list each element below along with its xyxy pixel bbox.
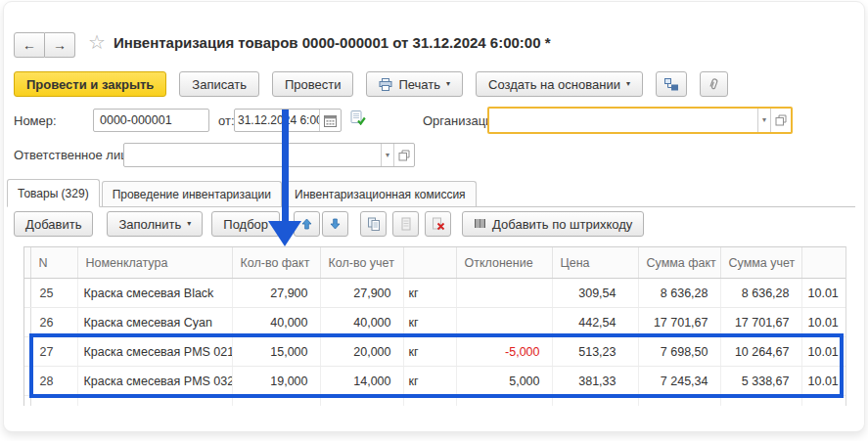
- table-cell[interactable]: 27: [30, 337, 77, 367]
- table-cell[interactable]: Краска смесевая Cyan: [77, 308, 232, 337]
- table-cell[interactable]: 27,900: [232, 279, 320, 308]
- table-row[interactable]: 28Краска смесевая PMS 03219,00014,000кг5…: [24, 367, 845, 396]
- table-cell[interactable]: кг: [403, 279, 456, 308]
- table-row[interactable]: 25Краска смесевая Black27,90027,900кг309…: [24, 279, 845, 308]
- open-choice-icon[interactable]: [770, 109, 791, 132]
- table-cell[interactable]: 8 636,28: [720, 279, 801, 308]
- table-row[interactable]: 26Краска смесевая Cyan40,00040,000кг442,…: [24, 308, 845, 337]
- tab-inventory-commission[interactable]: Инвентаризационная комиссия: [284, 181, 477, 206]
- table-cell[interactable]: 17,000: [320, 396, 403, 407]
- table-cell[interactable]: 309,54: [552, 279, 638, 308]
- table-cell[interactable]: 19,000: [232, 367, 320, 396]
- table-cell[interactable]: Краска смесевая: [77, 396, 232, 407]
- column-header[interactable]: Отклонение: [456, 247, 552, 279]
- organization-field[interactable]: ▾: [487, 107, 793, 134]
- column-header[interactable]: Кол-во учет: [320, 247, 403, 279]
- back-button[interactable]: ←: [14, 32, 45, 58]
- table-cell[interactable]: 17 701,67: [720, 308, 801, 337]
- save-button[interactable]: Записать: [179, 71, 259, 97]
- post-and-close-button[interactable]: Провести и закрыть: [14, 71, 166, 97]
- calendar-icon[interactable]: [319, 110, 341, 131]
- table-cell[interactable]: 442,54: [552, 308, 638, 337]
- table-cell[interactable]: кг: [403, 337, 456, 367]
- column-header[interactable]: N: [30, 247, 77, 279]
- table-cell[interactable]: 7 698,50: [638, 337, 720, 367]
- column-header[interactable]: [801, 247, 845, 279]
- table-cell[interactable]: кг: [403, 308, 456, 337]
- table-cell[interactable]: 10.01: [801, 396, 845, 407]
- table-cell[interactable]: 20,000: [320, 337, 403, 367]
- print-button[interactable]: Печать ▾: [366, 71, 463, 97]
- items-table[interactable]: NНоменклатураКол-во фактКол-во учетОткло…: [24, 247, 846, 406]
- table-cell[interactable]: кг: [403, 396, 456, 407]
- attachments-button[interactable]: [700, 71, 728, 97]
- table-cell[interactable]: 8 636,28: [638, 279, 720, 308]
- column-header[interactable]: Номенклатура: [77, 247, 232, 279]
- table-cell[interactable]: [456, 396, 552, 407]
- table-cell[interactable]: 29: [30, 396, 77, 407]
- table-cell[interactable]: 10.01: [801, 279, 845, 308]
- date-field[interactable]: 31.12.2024 6:00:00: [234, 109, 342, 132]
- table-cell[interactable]: 404,04: [552, 396, 638, 407]
- table-cell[interactable]: 10.01: [801, 337, 845, 367]
- table-cell[interactable]: 28: [30, 367, 77, 396]
- table-cell[interactable]: 17 701,67: [638, 308, 720, 337]
- table-cell[interactable]: 5 338,67: [720, 367, 801, 396]
- table-cell[interactable]: 6 868,68: [720, 396, 801, 407]
- table-cell[interactable]: Краска смесевая PMS 032: [77, 367, 232, 396]
- table-cell[interactable]: 10 264,67: [720, 337, 801, 367]
- tab-goods[interactable]: Товары (329): [7, 179, 100, 207]
- column-header[interactable]: [403, 247, 456, 279]
- table-cell[interactable]: 15,000: [232, 337, 320, 367]
- column-header[interactable]: Кол-во факт: [232, 247, 320, 279]
- table-cell[interactable]: 26: [30, 308, 77, 337]
- table-cell[interactable]: -5,000: [456, 337, 552, 367]
- table-cell[interactable]: 25: [30, 279, 77, 308]
- table-cell[interactable]: 381,33: [552, 367, 638, 396]
- table-cell[interactable]: Краска смесевая Black: [77, 279, 232, 308]
- table-cell[interactable]: [456, 308, 552, 337]
- add-by-barcode-button[interactable]: Добавить по штрихкоду: [462, 211, 644, 237]
- chevron-down-icon[interactable]: ▾: [757, 109, 770, 132]
- delete-row-button[interactable]: [425, 211, 451, 237]
- create-based-on-button[interactable]: Создать на основании ▾: [476, 71, 643, 97]
- table-cell[interactable]: кг: [403, 367, 456, 396]
- forward-button[interactable]: →: [45, 32, 75, 58]
- open-choice-icon[interactable]: [393, 144, 414, 166]
- table-cell[interactable]: 5,000: [456, 367, 552, 396]
- table-row[interactable]: 29Краска смесевая17,00017,000кг404,046 8…: [24, 396, 845, 407]
- table-cell[interactable]: 7 245,34: [638, 367, 720, 396]
- table-cell[interactable]: 27,900: [320, 279, 403, 308]
- chevron-down-icon[interactable]: ▾: [381, 144, 393, 166]
- tab-inventory-execution[interactable]: Проведение инвентаризации: [102, 181, 282, 206]
- copy-row-button[interactable]: [360, 211, 387, 237]
- set-current-date-button[interactable]: [350, 110, 366, 125]
- table-cell[interactable]: 10.01: [801, 308, 845, 337]
- pick-button[interactable]: Подбор: [211, 211, 280, 237]
- column-header[interactable]: Сумма факт: [638, 247, 720, 279]
- table-cell[interactable]: 40,000: [232, 308, 320, 337]
- table-cell[interactable]: 14,000: [320, 367, 403, 396]
- table-cell[interactable]: 40,000: [320, 308, 403, 337]
- move-row-up-button[interactable]: [294, 211, 320, 237]
- move-row-down-button[interactable]: [322, 211, 348, 237]
- post-button[interactable]: Провести: [272, 71, 354, 97]
- paste-row-button[interactable]: [392, 211, 419, 237]
- number-field[interactable]: 0000-000001: [93, 109, 209, 132]
- fill-button[interactable]: Заполнить▾: [107, 211, 203, 237]
- related-documents-button[interactable]: [656, 71, 687, 97]
- table-cell[interactable]: 17,000: [232, 396, 320, 407]
- table-cell[interactable]: [456, 279, 552, 308]
- table-cell[interactable]: 513,23: [552, 337, 638, 367]
- chevron-down-icon: ▾: [446, 80, 450, 88]
- table-cell[interactable]: Краска смесевая PMS 021: [77, 337, 232, 367]
- table-cell[interactable]: 6 868,68: [638, 396, 720, 407]
- add-row-button[interactable]: Добавить: [14, 211, 93, 237]
- favorite-star-icon[interactable]: ☆: [88, 30, 106, 54]
- column-header[interactable]: Сумма учет: [720, 247, 801, 279]
- column-header[interactable]: Цена: [552, 247, 638, 279]
- copy-icon: [367, 217, 381, 231]
- responsible-field[interactable]: ▾: [123, 143, 415, 167]
- table-cell[interactable]: 10.01: [801, 367, 845, 396]
- table-row[interactable]: 27Краска смесевая PMS 02115,00020,000кг-…: [24, 337, 845, 367]
